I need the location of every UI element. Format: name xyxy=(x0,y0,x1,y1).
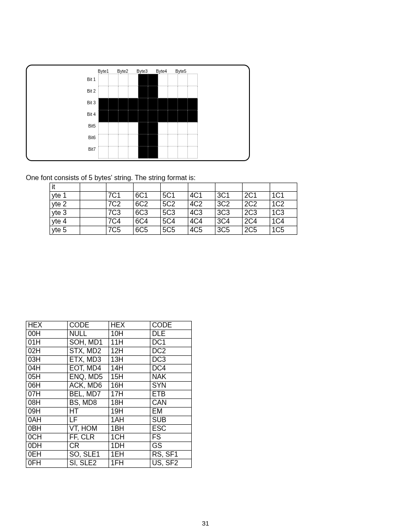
pixel-cell xyxy=(168,122,178,134)
table-header-cell: it xyxy=(50,183,80,192)
table-cell: DC3 xyxy=(150,356,192,364)
byte-header: Byte3 xyxy=(137,69,154,74)
pixel-cell xyxy=(148,86,158,98)
byte-header: Byte5 xyxy=(175,69,193,74)
pixel-cell xyxy=(99,122,109,134)
pixel-cell xyxy=(128,134,138,146)
pixel-cell xyxy=(158,86,168,98)
table-cell: 08H xyxy=(26,399,68,408)
table-cell: 1EH xyxy=(109,451,150,459)
pixel-cell xyxy=(188,98,198,110)
table-cell: 18H xyxy=(109,399,150,408)
table-cell: 7C1 xyxy=(106,192,133,200)
table-header-cell xyxy=(188,183,215,192)
table-cell: US, SF2 xyxy=(150,459,192,468)
table-cell: 07H xyxy=(26,390,68,399)
table-cell: BEL, MD7 xyxy=(68,390,109,399)
hex-code-table: HEXCODEHEXCODE00HNULL10HDLE01HSOH, MD111… xyxy=(26,321,192,468)
table-cell: GS xyxy=(150,442,192,451)
table-cell: 0DH xyxy=(26,442,68,451)
table-cell: EOT, MD4 xyxy=(68,364,109,373)
pixel-cell xyxy=(118,98,128,110)
pixel-table xyxy=(98,74,198,159)
bit-label: Bit7 xyxy=(88,143,96,155)
pixel-cell xyxy=(109,74,118,86)
page-number: 31 xyxy=(26,520,385,527)
table-cell: 6C4 xyxy=(134,218,161,226)
pixel-cell xyxy=(118,110,128,122)
table-cell: 09H xyxy=(26,408,68,416)
table-cell: 1C4 xyxy=(270,218,297,226)
pixel-cell xyxy=(148,146,158,159)
table-cell: 1AH xyxy=(109,416,150,425)
table-header-cell: CODE xyxy=(150,321,192,330)
pixel-cell xyxy=(178,110,188,122)
table-cell: 7C3 xyxy=(106,209,133,218)
font-bitmap-figure: Byte1 Byte2 Byte3 Byte4 Byte5 Bit 1 Bit … xyxy=(26,65,250,161)
table-cell: ETB xyxy=(150,390,192,399)
table-header-cell xyxy=(215,183,242,192)
table-cell: 0BH xyxy=(26,425,68,433)
pixel-cell xyxy=(188,74,198,86)
table-cell: 14H xyxy=(109,364,150,373)
pixel-cell xyxy=(178,74,188,86)
table-cell: 1FH xyxy=(109,459,150,468)
table-cell: 1BH xyxy=(109,425,150,433)
document-page: Byte1 Byte2 Byte3 Byte4 Byte5 Bit 1 Bit … xyxy=(0,0,411,532)
pixel-cell xyxy=(148,134,158,146)
table-cell: 7C4 xyxy=(106,218,133,226)
table-cell: 6C5 xyxy=(134,226,161,235)
table-header-cell xyxy=(80,183,106,192)
bit-label: Bit5 xyxy=(88,120,96,132)
pixel-cell xyxy=(188,86,198,98)
table-cell: FF, CLR xyxy=(68,433,109,442)
pixel-cell xyxy=(168,74,178,86)
pixel-grid xyxy=(98,74,198,159)
table-cell: FS xyxy=(150,433,192,442)
table-cell: 0EH xyxy=(26,451,68,459)
table-cell: SUB xyxy=(150,416,192,425)
table-cell: 15H xyxy=(109,373,150,382)
pixel-cell xyxy=(158,74,168,86)
pixel-cell xyxy=(118,146,128,159)
pixel-cell xyxy=(128,122,138,134)
pixel-cell xyxy=(158,134,168,146)
table-cell: CR xyxy=(68,442,109,451)
table-cell: 5C3 xyxy=(161,209,188,218)
table-cell: 6C1 xyxy=(134,192,161,200)
table-cell: 5C1 xyxy=(161,192,188,200)
table-cell: 1CH xyxy=(109,433,150,442)
pixel-cell xyxy=(178,98,188,110)
table-cell: DLE xyxy=(150,330,192,339)
pixel-cell xyxy=(158,98,168,110)
pixel-cell xyxy=(138,110,148,122)
table-cell: SI, SLE2 xyxy=(68,459,109,468)
pixel-cell xyxy=(168,110,178,122)
pixel-cell xyxy=(128,86,138,98)
table-cell: 3C5 xyxy=(215,226,242,235)
bit-labels: Bit 1 Bit 2 Bit 3 Bit 4 Bit5 Bit6 Bit7 xyxy=(31,74,98,159)
table-cell: yte 4 xyxy=(50,218,80,226)
pixel-cell xyxy=(178,134,188,146)
table-cell: HT xyxy=(68,408,109,416)
table-cell: 2C4 xyxy=(243,218,270,226)
pixel-cell xyxy=(99,134,109,146)
pixel-cell xyxy=(109,146,118,159)
byte-string-table: ityte 17C16C15C14C13C12C11C1yte 27C26C25… xyxy=(50,183,297,235)
table-cell: 4C4 xyxy=(188,218,215,226)
table-cell: RS, SF1 xyxy=(150,451,192,459)
pixel-cell xyxy=(168,134,178,146)
table-cell xyxy=(80,209,106,218)
figure-caption: One font consists of 5 bytes' string. Th… xyxy=(26,174,385,182)
pixel-cell xyxy=(158,110,168,122)
table-cell: 03H xyxy=(26,356,68,364)
byte-header: Byte1 xyxy=(98,69,115,74)
pixel-cell xyxy=(128,74,138,86)
pixel-cell xyxy=(138,74,148,86)
table-cell: yte 2 xyxy=(50,200,80,209)
table-cell: STX, MD2 xyxy=(68,347,109,356)
table-cell: 4C1 xyxy=(188,192,215,200)
table-cell: 2C1 xyxy=(243,192,270,200)
table-cell: SYN xyxy=(150,382,192,390)
table-cell: 3C1 xyxy=(215,192,242,200)
